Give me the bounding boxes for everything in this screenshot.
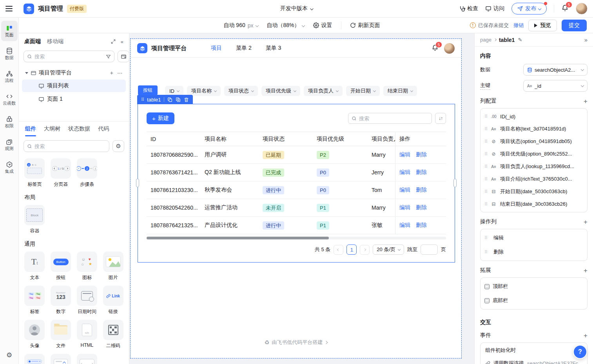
component-steps[interactable]: ✓23 步骤条 — [75, 158, 99, 188]
edit-link[interactable]: 编辑 — [399, 187, 410, 194]
rail-item-observe[interactable]: 观测 — [1, 134, 18, 155]
primary-key-select[interactable]: A≡ _id — [523, 80, 588, 92]
preview-user-avatar[interactable] — [444, 43, 455, 54]
table-row[interactable]: 18078876421325... 产品设计优化 进行中 P1 张敏 编辑删除 — [147, 217, 446, 234]
filter-chip-name[interactable]: 项目名称 — [187, 86, 221, 96]
page-size-select[interactable]: 20 条/页 — [373, 244, 404, 255]
zoom-select[interactable]: 自动（88%） — [267, 22, 305, 29]
settings-button[interactable]: 设置 — [313, 22, 332, 29]
filter-chip-status[interactable]: 项目状态 — [224, 86, 258, 96]
add-action-button[interactable]: + — [584, 219, 588, 225]
publish-button[interactable]: 发布 — [511, 3, 547, 14]
table-row[interactable]: 18078612103230... 秋季发布会 进行中 P0 Tom 编辑删除 — [147, 181, 446, 199]
hamburger-menu-icon[interactable] — [0, 6, 18, 11]
component-tabs[interactable]: ABC 标签页 — [23, 158, 47, 188]
action-item-delete[interactable]: ⠿ 删除 — [481, 245, 587, 259]
drag-handle-icon[interactable]: ⠿ — [484, 114, 487, 119]
rail-item-flow[interactable]: 流程 — [1, 66, 18, 87]
data-source-select[interactable]: searchObjectA2... — [523, 64, 588, 76]
current-page-button[interactable]: 1 — [346, 244, 357, 255]
extension-item-top-bar[interactable]: 顶部栏 — [481, 279, 587, 293]
tab-code[interactable]: 代码 — [98, 121, 109, 136]
component-datetime[interactable]: 日期时间 — [75, 286, 99, 315]
tab-mobile[interactable]: 移动端 — [47, 38, 63, 45]
component-text[interactable]: Tt 文本 — [23, 252, 47, 281]
component-avatar[interactable]: 头像 — [23, 320, 47, 349]
add-icon[interactable]: + — [110, 70, 113, 76]
more-icon[interactable]: ⋯ — [117, 70, 123, 76]
version-switcher[interactable]: 开发中版本 — [280, 5, 313, 12]
filter-chip-end-date[interactable]: 结束日期 — [383, 86, 417, 96]
component-collapse-panel[interactable]: 折叠面板 — [49, 354, 73, 364]
drag-handle-icon[interactable]: ⠿ — [484, 152, 487, 157]
prev-page-button[interactable] — [334, 245, 343, 255]
table-row[interactable]: 18078706882590... 用户调研 已延期 P2 Marry 编辑删除 — [147, 146, 446, 164]
table-search-input[interactable] — [348, 113, 432, 124]
component-icon[interactable]: ☺♥⌂★ 图标 — [75, 252, 99, 281]
tab-components[interactable]: 组件 — [25, 121, 36, 136]
builder-footer[interactable]: ♻ 由飞书低代码平台搭建 — [131, 339, 461, 346]
table-row[interactable]: 18078820542260... 运营推广活动 未开启 P1 Marry 编辑… — [147, 199, 446, 217]
tree-root-item[interactable]: 项目管理平台 + ⋯ — [22, 67, 126, 79]
submit-button[interactable]: 提交 — [562, 20, 587, 31]
component-carousel[interactable]: 轮播图 — [75, 354, 99, 364]
event-action-row[interactable]: 调用数据连接 searchObjectA2E37Fc... — [481, 356, 587, 364]
preview-button[interactable]: 预览 — [528, 20, 557, 31]
page-width-select[interactable]: 自动 960 px — [223, 22, 258, 29]
check-button[interactable]: 检查 — [459, 5, 478, 12]
delete-link[interactable]: 删除 — [416, 169, 427, 176]
drag-handle-icon[interactable]: ⠿ — [141, 97, 144, 102]
page-selection-outline[interactable]: 项目管理平台 项目 菜单 2 菜单 3 5 按钮 ID — [130, 38, 462, 359]
expand-icon[interactable] — [111, 39, 116, 44]
copy-icon[interactable] — [167, 97, 172, 102]
column-config-item[interactable]: ⠿ ⊘ 项目状态(option_0418591db05) — [481, 135, 587, 148]
button-component-label[interactable]: 按钮 — [138, 85, 158, 95]
filter-chip-owner[interactable]: 项目负责人 — [304, 86, 343, 96]
table1-selection-label[interactable]: ⠿ table1 — [137, 95, 193, 104]
tab-state-data[interactable]: 状态数据 — [68, 121, 90, 136]
drag-handle-icon[interactable]: ⠿ — [484, 189, 487, 194]
collapse-inspector-icon[interactable]: » — [584, 36, 588, 43]
rail-item-data[interactable]: 数据 — [1, 43, 18, 64]
edit-link[interactable]: 编辑 — [399, 204, 410, 211]
trash-icon[interactable] — [184, 97, 189, 102]
help-button[interactable]: ? — [573, 345, 587, 359]
drag-handle-icon[interactable]: ⠿ — [484, 202, 487, 207]
column-config-item[interactable]: ⠿ .00 ID(_id) — [481, 110, 587, 123]
delete-link[interactable]: 删除 — [416, 204, 427, 211]
filter-chip-start-date[interactable]: 开始日期 — [346, 86, 380, 96]
filter-icon[interactable] — [106, 54, 111, 59]
drag-handle-icon[interactable]: ⠿ — [484, 164, 487, 169]
extension-item-bottom-bar[interactable]: 底部栏 — [481, 293, 587, 308]
component-persistent-alert[interactable]: × × 常驻提示 — [23, 354, 47, 364]
delete-link[interactable]: 删除 — [416, 187, 427, 194]
page-search-input[interactable] — [24, 51, 114, 62]
jump-page-input[interactable] — [421, 244, 438, 255]
table1-component-selection[interactable]: ⠿ table1 +新建 — [138, 104, 455, 263]
preview-tab-menu3[interactable]: 菜单 3 — [266, 45, 281, 52]
rename-pencil-icon[interactable]: ✎ — [518, 37, 522, 43]
preview-notification-bell[interactable]: 5 — [432, 44, 439, 53]
delete-link[interactable]: 删除 — [416, 222, 427, 229]
refresh-page-button[interactable]: 刷新页面 — [350, 22, 380, 29]
visit-button[interactable]: 访问 — [485, 5, 504, 12]
scrollbar-thumb[interactable] — [147, 237, 329, 239]
undo-link[interactable]: 撤销 — [513, 22, 524, 29]
action-item-edit[interactable]: ⠿ 编辑 — [481, 231, 587, 245]
column-config-item[interactable]: ⠿ A≡ 项目名称(text_3d70418591d) — [481, 123, 587, 135]
create-record-button[interactable]: +新建 — [147, 112, 174, 124]
rail-item-cloud-functions[interactable]: 云函数 — [1, 89, 18, 109]
component-image[interactable]: 图片 — [101, 252, 125, 281]
rail-item-integrations[interactable]: 集成 — [1, 157, 18, 177]
component-file[interactable]: 文件 — [49, 320, 73, 349]
component-search-input[interactable] — [24, 140, 109, 152]
table-row[interactable]: 18078763671421... Q2 新功能上线 已完成 P0 Jerry … — [147, 164, 446, 181]
drag-handle-icon[interactable]: ⠿ — [484, 250, 487, 255]
preview-tab-projects[interactable]: 项目 — [211, 45, 222, 52]
drag-handle-icon[interactable]: ⠿ — [484, 177, 487, 182]
component-qrcode[interactable]: 二维码 — [101, 320, 125, 349]
edit-link[interactable]: 编辑 — [399, 222, 410, 229]
component-settings-button[interactable]: ⚙ — [112, 140, 124, 152]
preview-tab-menu2[interactable]: 菜单 2 — [236, 45, 252, 52]
tab-outline-tree[interactable]: 大纲树 — [44, 121, 60, 136]
